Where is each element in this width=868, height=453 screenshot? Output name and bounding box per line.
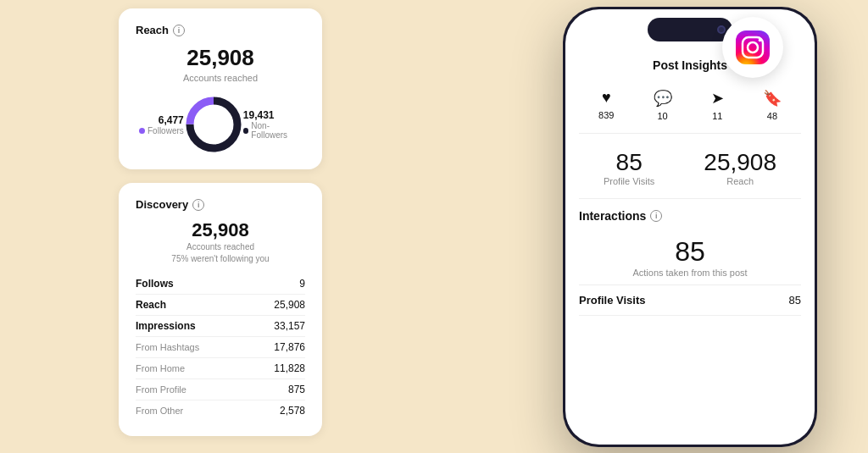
engagement-icons-row: ♥ 839 💬 10 ➤ 11 🔖 48 <box>579 82 801 134</box>
phone-profile-visits-row: Profile Visits 85 <box>579 285 801 316</box>
followers-count: 6,477 <box>139 114 184 126</box>
reach-card-title: Reach i <box>136 24 305 36</box>
profile-value: 875 <box>288 384 305 395</box>
disc-reach-label: Reach <box>136 299 166 311</box>
profile-visits-label: Profile Visits <box>604 176 654 186</box>
reach-card: Reach i 25,908 Accounts reached 6,477 Fo… <box>119 8 322 169</box>
reach-subtitle: Accounts reached <box>136 73 305 83</box>
non-followers-count: 19,431 <box>243 109 302 121</box>
discovery-rows: Follows 9 Reach 25,908 Impressions 33,15… <box>136 273 305 421</box>
reach-chart-row: 6,477 Followers 19,431 <box>136 95 305 154</box>
saves-icon-item: 🔖 48 <box>763 89 782 121</box>
phone-content[interactable]: Post Insights ♥ 839 💬 10 ➤ 11 <box>565 50 815 445</box>
interactions-num: 85 <box>579 236 801 268</box>
saves-count: 48 <box>767 111 777 121</box>
profile-visits-num: 85 <box>604 149 654 176</box>
share-icon: ➤ <box>711 89 724 108</box>
reach-num: 25,908 <box>704 149 776 176</box>
heart-icon: ♥ <box>602 89 611 107</box>
phone-profile-visits-label: Profile Visits <box>579 294 646 307</box>
discovery-row-home: From Home 11,828 <box>136 358 305 379</box>
svg-rect-3 <box>736 30 770 64</box>
follows-value: 9 <box>299 278 305 290</box>
disc-reach-value: 25,908 <box>274 299 305 311</box>
discovery-title-text: Discovery <box>136 198 188 211</box>
non-followers-label: Non-Followers <box>251 121 302 140</box>
discovery-card-title: Discovery i <box>136 198 305 211</box>
interactions-info-icon[interactable]: i <box>650 210 662 222</box>
comment-icon: 💬 <box>654 89 672 108</box>
follows-label: Follows <box>136 278 174 290</box>
discovery-row-impressions: Impressions 33,157 <box>136 316 305 337</box>
home-label: From Home <box>136 363 185 373</box>
left-cards-container: Reach i 25,908 Accounts reached 6,477 Fo… <box>119 8 322 436</box>
camera-dot <box>717 25 726 34</box>
discovery-row-reach: Reach 25,908 <box>136 295 305 316</box>
followers-dot <box>139 128 145 134</box>
reach-info-icon[interactable]: i <box>173 25 185 36</box>
instagram-logo <box>722 17 783 78</box>
shares-count: 11 <box>712 111 722 121</box>
other-label: From Other <box>136 406 183 416</box>
dynamic-island <box>648 18 732 41</box>
non-followers-label-row: Non-Followers <box>243 121 302 140</box>
likes-icon-item: ♥ 839 <box>598 89 614 120</box>
followers-legend: 6,477 Followers <box>139 114 184 135</box>
followers-label: Followers <box>147 126 184 135</box>
non-followers-legend: 19,431 Non-Followers <box>243 109 302 140</box>
interactions-center: 85 Actions taken from this post <box>579 228 801 285</box>
reach-stat: 25,908 Reach <box>704 149 776 186</box>
other-value: 2,578 <box>280 405 305 417</box>
discovery-info-icon[interactable]: i <box>192 199 204 211</box>
donut-chart <box>184 95 243 154</box>
home-value: 11,828 <box>274 362 305 374</box>
impressions-label: Impressions <box>136 320 196 332</box>
followers-label-row: Followers <box>139 126 184 135</box>
stats-grid: 85 Profile Visits 25,908 Reach <box>579 134 801 199</box>
non-followers-dot <box>243 128 248 134</box>
phone-screen: Post Insights ♥ 839 💬 10 ➤ 11 <box>565 9 815 445</box>
shares-icon-item: ➤ 11 <box>711 89 724 121</box>
reach-title-text: Reach <box>136 24 169 36</box>
interactions-title: Interactions <box>579 209 646 223</box>
svg-point-7 <box>759 39 762 42</box>
interactions-header: Interactions i <box>579 199 801 228</box>
phone-profile-visits-value: 85 <box>789 294 801 307</box>
discovery-sub-line2: 75% weren't following you <box>171 254 269 263</box>
impressions-value: 33,157 <box>274 320 305 332</box>
reach-label: Reach <box>704 176 776 186</box>
discovery-row-hashtags: From Hashtags 17,876 <box>136 337 305 358</box>
profile-visits-stat: 85 Profile Visits <box>604 149 654 186</box>
likes-count: 839 <box>598 110 614 120</box>
profile-label: From Profile <box>136 384 186 395</box>
reach-main-number: 25,908 <box>136 45 305 71</box>
phone-mockup: Post Insights ♥ 839 💬 10 ➤ 11 <box>563 7 817 447</box>
discovery-subtitle: Accounts reached 75% weren't following y… <box>136 241 305 265</box>
discovery-row-profile: From Profile 875 <box>136 379 305 401</box>
bookmark-icon: 🔖 <box>763 89 782 108</box>
discovery-row-other: From Other 2,578 <box>136 401 305 421</box>
phone-frame: Post Insights ♥ 839 💬 10 ➤ 11 <box>563 7 817 447</box>
discovery-sub-line1: Accounts reached <box>186 242 254 251</box>
hashtags-value: 17,876 <box>274 341 305 353</box>
discovery-main-number: 25,908 <box>136 219 305 241</box>
comments-count: 10 <box>657 111 667 121</box>
discovery-row-follows: Follows 9 <box>136 273 305 295</box>
comments-icon-item: 💬 10 <box>654 89 672 121</box>
interactions-sub: Actions taken from this post <box>579 268 801 278</box>
discovery-card: Discovery i 25,908 Accounts reached 75% … <box>119 183 322 436</box>
hashtags-label: From Hashtags <box>136 342 199 352</box>
